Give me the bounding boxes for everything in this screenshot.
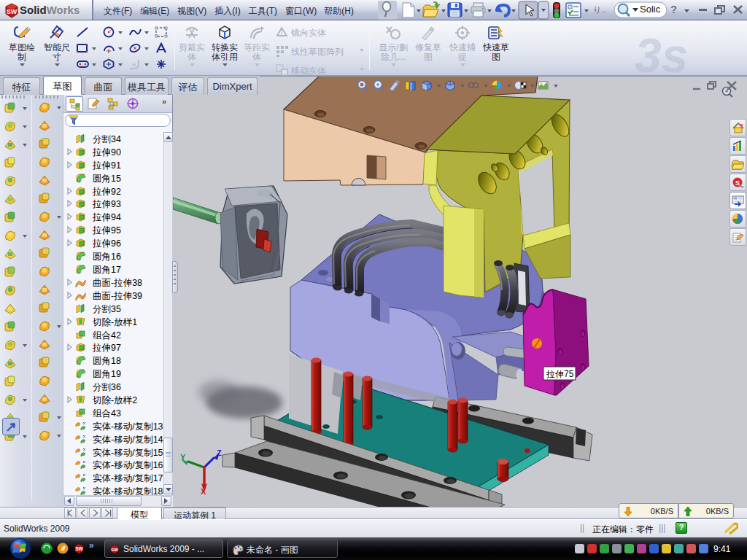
svg-text:Solic: Solic xyxy=(640,4,661,15)
svg-text:り..: り.. xyxy=(593,5,605,14)
svg-text:SW: SW xyxy=(111,548,118,552)
svg-text:X: X xyxy=(201,487,206,496)
svg-text:?: ? xyxy=(670,3,677,15)
svg-text:Z: Z xyxy=(217,448,222,457)
svg-text:Y: Y xyxy=(180,453,186,462)
svg-text:SW: SW xyxy=(7,8,18,15)
svg-text:SW: SW xyxy=(75,546,83,551)
svg-text:拉伸75: 拉伸75 xyxy=(546,369,574,379)
